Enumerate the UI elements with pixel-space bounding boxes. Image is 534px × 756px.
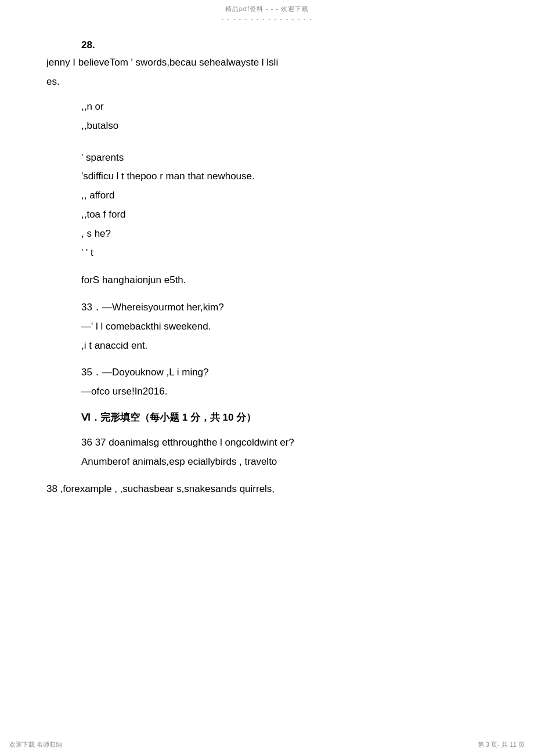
page-footer: 欢迎下载 名师归纳 第 3 页- 共 11 页 [0,740,534,749]
footer-right: 第 3 页- 共 11 页 [478,740,525,749]
page-header: 精品pdf资料 - - - 欢迎下载 [0,0,534,16]
header-title: 精品pdf资料 - - - 欢迎下载 [225,5,309,12]
q38-line: 38 ,forexample , ,suchasbear s,snakesand… [46,481,488,498]
q33-ans: —' l l comebackthi sweekend. [81,319,488,335]
q36-ans: Anumberof animals,esp eciallybirds , tra… [81,454,488,471]
sparents-line: ' sparents [81,150,488,167]
toafford-line: ,,toa f ford [81,207,488,223]
afford-line: ,, afford [81,187,488,204]
question-38: 38 ,forexample , ,suchasbear s,snakesand… [46,481,488,498]
sparents-section: ' sparents 'sdifficu l t thepoo r man th… [46,150,488,262]
header-dashes: - - - - - - - - - - - - - - - - [0,16,534,22]
fors-line: forS hanghaionjun e5th. [81,272,488,289]
q28-number: 28. [81,39,488,51]
question-36: 36 37 doanimalsg etthroughthe l ongcoldw… [46,435,488,471]
q35-line: 35．—Doyouknow ,L i ming? [81,364,488,381]
q28-line2: es. [46,74,488,91]
question-28: 28. jenny I believeTom ' swords,becau se… [46,39,488,135]
she-line: , s he? [81,226,488,243]
footer-left: 欢迎下载 名师归纳 [9,740,62,749]
question-35: 35．—Doyouknow ,L i ming? —ofco urse!In20… [46,364,488,400]
q28-opt2: ,,butalso [81,118,488,135]
q36-line: 36 37 doanimalsg etthroughthe l ongcoldw… [81,435,488,451]
sdifficu-line: 'sdifficu l t thepoo r man that newhouse… [81,168,488,185]
main-content: 28. jenny I believeTom ' swords,becau se… [0,28,534,526]
q35-ans: —ofco urse!In2016. [81,384,488,400]
t-line: ' ' t [81,245,488,262]
q33-line: 33．—Whereisyourmot her,kim? [81,299,488,316]
section-6: Ⅵ．完形填空（每小题 1 分，共 10 分） [46,411,488,424]
accident-line: ,i t anaccid ent. [81,338,488,355]
forshanghai-section: forS hanghaionjun e5th. [46,272,488,289]
q28-line1: jenny I believeTom ' swords,becau seheal… [46,55,488,71]
question-33: 33．—Whereisyourmot her,kim? —' l l comeb… [46,299,488,355]
q28-opt1: ,,n or [81,99,488,115]
section6-header: Ⅵ．完形填空（每小题 1 分，共 10 分） [81,411,488,424]
